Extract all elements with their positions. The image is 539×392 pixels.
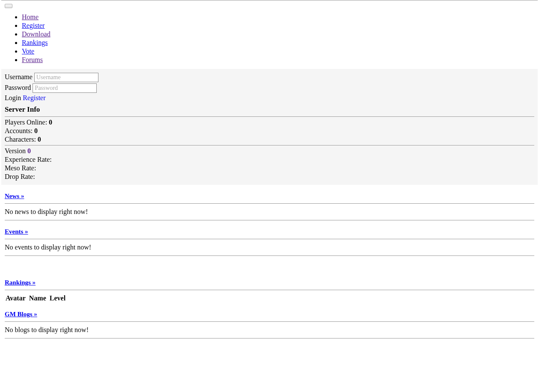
col-avatar: Avatar: [5, 294, 28, 303]
version-line: Version 0: [5, 147, 534, 155]
nav-link-rankings[interactable]: Rankings: [22, 39, 48, 46]
nav-item-home: Home: [22, 13, 538, 21]
nav-item-download: Download: [22, 30, 538, 38]
characters-label: Characters:: [5, 136, 38, 143]
nav-list: Home Register Download Rankings Vote For…: [1, 13, 538, 64]
nav-item-forums: Forums: [22, 56, 538, 64]
spacer: [5, 259, 534, 271]
nav-link-forums[interactable]: Forums: [22, 56, 43, 63]
password-row: Password: [5, 83, 534, 93]
meso-rate-line: Meso Rate:: [5, 164, 534, 172]
page-container: Home Register Download Rankings Vote For…: [1, 0, 538, 339]
nav-link-register[interactable]: Register: [22, 22, 45, 29]
nav-item-register: Register: [22, 22, 538, 30]
nav-link-download[interactable]: Download: [22, 30, 51, 38]
rankings-header-row: Avatar Name Level: [5, 294, 68, 303]
gmblogs-empty: No blogs to display right now!: [5, 326, 534, 334]
server-info-title: Server Info: [5, 105, 534, 114]
register-link[interactable]: Register: [23, 94, 45, 101]
username-row: Username: [5, 73, 534, 82]
accounts-line: Accounts: 0: [5, 127, 534, 135]
rankings-link[interactable]: Rankings »: [5, 279, 36, 286]
divider: [5, 338, 534, 339]
divider: [5, 255, 534, 256]
username-input[interactable]: [34, 73, 98, 82]
username-label: Username: [5, 73, 33, 81]
login-panel: Username Password Login Register Server …: [1, 69, 538, 185]
col-level: Level: [49, 294, 68, 303]
events-heading: Events »: [5, 228, 534, 235]
gmblogs-heading: GM Blogs »: [5, 311, 534, 318]
nav-link-vote[interactable]: Vote: [22, 48, 34, 55]
events-empty: No events to display right now!: [5, 244, 534, 251]
col-name: Name: [28, 294, 49, 303]
content-section: News » No news to display right now! Eve…: [1, 193, 538, 339]
login-text: Login: [5, 94, 21, 101]
login-action-row: Login Register: [5, 94, 534, 102]
rankings-table: Avatar Name Level: [5, 294, 68, 303]
exp-rate-line: Experience Rate:: [5, 156, 534, 163]
accounts-label: Accounts:: [5, 127, 34, 134]
nav-link-home[interactable]: Home: [22, 13, 39, 21]
events-link[interactable]: Events »: [5, 228, 28, 235]
divider: [5, 203, 534, 204]
divider: [5, 290, 534, 290]
nav-item-vote: Vote: [22, 48, 538, 55]
news-empty: No news to display right now!: [5, 208, 534, 216]
players-online-value: 0: [49, 119, 52, 126]
version-link[interactable]: 0: [27, 147, 31, 154]
nav-item-rankings: Rankings: [22, 39, 538, 47]
divider: [5, 116, 534, 117]
password-input[interactable]: [33, 83, 97, 93]
news-link[interactable]: News »: [5, 193, 24, 199]
characters-line: Characters: 0: [5, 136, 534, 143]
accounts-value: 0: [34, 127, 38, 134]
players-online-line: Players Online: 0: [5, 119, 534, 126]
nav-toggle-button[interactable]: [5, 4, 12, 8]
news-heading: News »: [5, 193, 534, 200]
gmblogs-link[interactable]: GM Blogs »: [5, 311, 37, 318]
drop-rate-line: Drop Rate:: [5, 173, 534, 181]
players-online-label: Players Online:: [5, 119, 49, 126]
version-label: Version: [5, 147, 27, 154]
divider: [5, 220, 534, 220]
divider: [5, 239, 534, 239]
password-label: Password: [5, 84, 31, 92]
characters-value: 0: [38, 136, 41, 143]
divider: [5, 145, 534, 146]
rankings-heading: Rankings »: [5, 279, 534, 286]
divider: [5, 321, 534, 322]
